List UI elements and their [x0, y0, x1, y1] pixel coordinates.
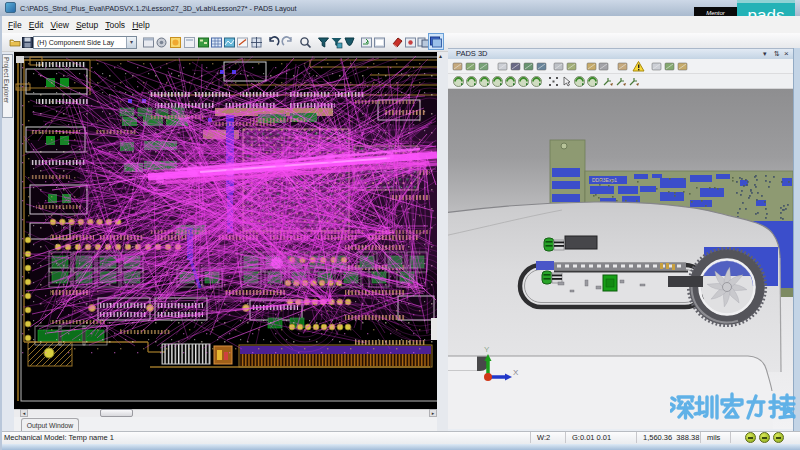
svg-text:DDR3Exp1: DDR3Exp1: [592, 177, 617, 183]
svg-text:Y: Y: [484, 345, 490, 354]
svg-text:X: X: [513, 368, 519, 377]
